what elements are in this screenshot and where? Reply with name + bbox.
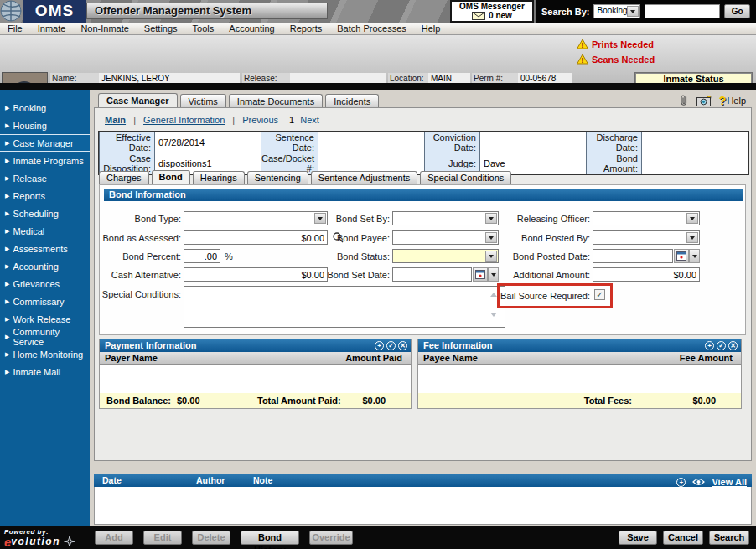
prints-needed-label: Prints Needed — [592, 39, 654, 49]
calendar-icon[interactable] — [674, 249, 689, 263]
special-conditions-textarea[interactable] — [184, 286, 505, 328]
sidebar-item-scheduling[interactable]: ▶Scheduling — [0, 205, 90, 222]
bond-percent-input[interactable] — [184, 249, 220, 263]
confirm-icon[interactable]: ✓ — [386, 341, 396, 350]
sidebar-item-work-release[interactable]: ▶Work Release — [0, 310, 90, 328]
tab-inmate-documents[interactable]: Inmate Documents — [229, 94, 323, 108]
app-title: Offender Management System — [86, 3, 328, 19]
chevron-down-icon[interactable] — [689, 249, 700, 263]
menu-tools[interactable]: Tools — [185, 23, 222, 35]
form-buttons: Save Cancel Search — [619, 531, 749, 545]
sidebar-item-inmate-programs[interactable]: ▶Inmate Programs — [0, 152, 90, 169]
bond-as-assessed-input[interactable] — [184, 230, 328, 245]
sidebar-item-grievances[interactable]: ▶Grievances — [0, 275, 90, 293]
notes-date-header: Date — [102, 474, 122, 487]
search-by-select[interactable]: Booking # — [593, 4, 640, 18]
bond-history-button[interactable]: Bond History — [241, 531, 299, 545]
messenger-button[interactable]: OMS Messenger 0 new — [450, 0, 534, 23]
search-input[interactable] — [645, 4, 720, 18]
paperclip-icon[interactable] — [679, 94, 689, 107]
bond-balance-label: Bond Balance: — [106, 393, 171, 408]
add-note-icon[interactable]: + — [676, 478, 686, 487]
cancel-icon[interactable]: ✕ — [398, 341, 407, 350]
add-icon[interactable]: + — [705, 341, 714, 350]
subtab-special-conditions[interactable]: Special Conditions — [420, 171, 511, 184]
subtab-hearings[interactable]: Hearings — [193, 171, 245, 184]
sidebar-item-booking[interactable]: ▶Booking — [0, 99, 90, 117]
view-all-link[interactable]: View All — [712, 475, 747, 489]
arrow-right-icon: ▶ — [5, 334, 9, 340]
fee-column-headers: Payee Name Fee Amount — [418, 352, 741, 365]
sidebar-item-medical[interactable]: ▶Medical — [0, 222, 90, 240]
bond-set-date-input[interactable] — [392, 267, 472, 282]
subtab-sentencing[interactable]: Sentencing — [247, 171, 308, 184]
additional-amount-input[interactable] — [593, 267, 700, 282]
tab-case-manager[interactable]: Case Manager — [98, 93, 178, 108]
sidebar-item-release[interactable]: ▶Release — [0, 169, 90, 187]
prints-needed-warning[interactable]: ! Prints Needed — [577, 39, 654, 49]
save-button[interactable]: Save — [619, 531, 657, 545]
scans-needed-warning[interactable]: ! Scans Needed — [577, 54, 655, 65]
menu-reports[interactable]: Reports — [282, 23, 330, 35]
menu-inmate[interactable]: Inmate — [30, 23, 74, 35]
arrow-right-icon: ▶ — [5, 298, 9, 305]
sidebar-item-reports[interactable]: ▶Reports — [0, 187, 90, 205]
case-summary-table: Effective Date: 07/28/2014 Sentence Date… — [99, 132, 748, 174]
search-button[interactable]: Search — [709, 531, 749, 545]
tab-incidents[interactable]: Incidents — [325, 94, 379, 108]
sidebar-item-assessments[interactable]: ▶Assessments — [0, 240, 90, 257]
breadcrumb-separator: | — [232, 115, 235, 125]
cancel-icon[interactable]: ✕ — [728, 341, 738, 350]
menu-help[interactable]: Help — [414, 23, 448, 35]
sidebar-item-inmate-mail[interactable]: ▶Inmate Mail — [0, 363, 90, 381]
subtab-charges[interactable]: Charges — [99, 171, 149, 184]
sentence-date-label: Sentence Date: — [261, 132, 318, 153]
next-link[interactable]: Next — [300, 115, 319, 125]
sidebar-item-commissary[interactable]: ▶Commissary — [0, 293, 90, 310]
subtab-bond[interactable]: Bond — [152, 170, 190, 184]
camera-icon[interactable] — [696, 96, 712, 106]
breadcrumb-main-link[interactable]: Main — [105, 115, 126, 125]
arrow-right-icon: ▶ — [5, 369, 9, 375]
menu-batch-processes[interactable]: Batch Processes — [329, 23, 414, 35]
add-icon[interactable]: + — [375, 341, 384, 350]
page-number: 1 — [289, 115, 294, 125]
releasing-officer-select[interactable] — [593, 211, 700, 225]
effective-date-value: 07/28/2014 — [155, 132, 261, 153]
go-button[interactable]: Go — [724, 4, 750, 18]
scroll-down-icon[interactable] — [490, 313, 497, 317]
sidebar-item-community-service[interactable]: ▶Community Service — [0, 328, 90, 345]
bail-source-checkbox[interactable]: ✓ — [594, 289, 605, 300]
chevron-down-icon[interactable] — [686, 213, 698, 224]
conviction-date-value — [479, 132, 586, 153]
additional-amount-label: Additional Amount: — [481, 270, 590, 280]
breadcrumb-general-info-link[interactable]: General Information — [143, 115, 225, 125]
sidebar-item-case-manager[interactable]: ▶Case Manager — [0, 134, 90, 152]
special-conditions-label: Special Conditions: — [101, 289, 181, 299]
menu-settings[interactable]: Settings — [137, 23, 185, 35]
bond-type-label: Bond Type: — [101, 214, 181, 224]
tab-victims[interactable]: Victims — [180, 94, 226, 108]
cash-alternative-input[interactable] — [184, 267, 328, 282]
bond-posted-date-input[interactable] — [593, 249, 673, 263]
chevron-down-icon[interactable] — [627, 6, 639, 17]
confirm-icon[interactable]: ✓ — [717, 341, 726, 350]
corner-icons: ? Help — [679, 94, 746, 107]
chevron-down-icon[interactable] — [686, 232, 698, 243]
bond-posted-by-select[interactable] — [593, 230, 700, 245]
sidebar-item-housing[interactable]: ▶Housing — [0, 117, 90, 134]
footer-bar: Powered by: e volution Add Edit Delete B… — [0, 526, 756, 549]
arrow-right-icon: ▶ — [5, 228, 9, 235]
help-button[interactable]: ? Help — [719, 94, 746, 107]
sidebar-item-home-monitoring[interactable]: ▶Home Monitoring — [0, 345, 90, 363]
eye-icon[interactable] — [692, 478, 705, 486]
menu-file[interactable]: File — [0, 23, 30, 35]
sidebar-item-accounting[interactable]: ▶Accounting — [0, 257, 90, 275]
cancel-button[interactable]: Cancel — [663, 531, 703, 545]
subtab-sentence-adjustments[interactable]: Sentence Adjustments — [311, 171, 417, 184]
bond-type-select[interactable] — [184, 211, 328, 225]
menu-accounting[interactable]: Accounting — [221, 23, 282, 35]
bond-posted-date-field[interactable] — [593, 249, 700, 263]
menu-non-inmate[interactable]: Non-Inmate — [73, 23, 136, 35]
previous-link[interactable]: Previous — [242, 115, 278, 125]
